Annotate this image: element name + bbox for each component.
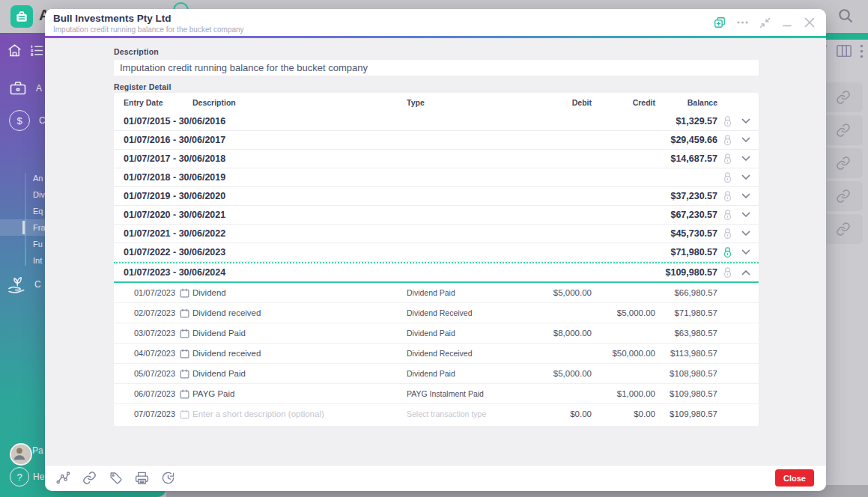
entry-date-field[interactable]: 04/07/2023 <box>134 349 175 358</box>
type-select[interactable]: Dividend Received <box>407 349 519 358</box>
description-field[interactable]: Dividend Paid <box>192 369 407 378</box>
chevron-toggle[interactable] <box>741 118 750 124</box>
description-field[interactable]: Dividend Paid <box>192 329 407 338</box>
entry-date-field[interactable]: 03/07/2023 <box>134 329 175 338</box>
calendar-icon[interactable] <box>180 409 189 419</box>
activity-icon[interactable] <box>55 471 70 485</box>
chevron-toggle[interactable] <box>741 231 750 237</box>
description-field[interactable]: Dividend received <box>192 308 407 317</box>
copy-plus-icon[interactable] <box>714 16 726 28</box>
type-select[interactable]: Dividend Paid <box>407 369 519 378</box>
year-period-row[interactable]: 01/07/2020 - 30/06/2021 $67,230.57 <box>114 206 759 225</box>
chevron-toggle[interactable] <box>741 137 750 143</box>
description-field[interactable]: Dividend <box>192 288 407 297</box>
lock-icon[interactable] <box>723 228 732 240</box>
debit-field[interactable]: $5,000.00 <box>519 288 592 297</box>
chevron-toggle[interactable] <box>741 249 750 255</box>
debit-field[interactable]: $5,000.00 <box>519 369 592 378</box>
hand-plant-icon[interactable] <box>6 274 28 295</box>
lock-icon[interactable] <box>723 171 732 183</box>
entry-date-field[interactable]: 05/07/2023 <box>134 369 175 378</box>
chevron-toggle[interactable] <box>741 174 750 180</box>
calendar-icon[interactable] <box>180 288 189 298</box>
entry-date-field[interactable]: 06/07/2023 <box>134 389 175 398</box>
calendar-icon[interactable] <box>180 369 189 379</box>
lock-icon[interactable] <box>723 246 732 258</box>
tag-icon[interactable] <box>109 471 123 485</box>
attachment-link-icon[interactable] <box>824 148 863 178</box>
sidebar-subnav-item[interactable]: Div <box>0 186 45 203</box>
year-period-row[interactable]: 01/07/2023 - 30/06/2024 $109,980.57 <box>114 262 759 283</box>
sidebar-subnav-item[interactable]: An <box>0 170 45 186</box>
sidebar-user-label[interactable]: Pa <box>32 445 43 456</box>
briefcase-logo-icon[interactable] <box>10 5 33 28</box>
entry-date-field[interactable]: 02/07/2023 <box>134 308 175 317</box>
year-period-row[interactable]: 01/07/2019 - 30/06/2020 $37,230.57 <box>114 187 759 206</box>
collapse-icon[interactable] <box>759 17 771 28</box>
briefcase-icon[interactable] <box>9 79 27 97</box>
avatar[interactable] <box>10 443 32 466</box>
help-icon[interactable]: ? <box>10 467 29 487</box>
close-button[interactable]: Close <box>775 469 814 487</box>
entry-date-field[interactable]: 01/07/2023 <box>134 288 175 297</box>
calendar-icon[interactable] <box>180 389 189 399</box>
description-field[interactable]: Enter a short description (optional) <box>192 409 407 418</box>
year-period-row[interactable]: 01/07/2021 - 30/06/2022 $45,730.57 <box>114 225 759 243</box>
close-icon[interactable] <box>804 16 816 28</box>
sidebar-section-workpapers-label[interactable]: A <box>36 83 42 94</box>
credit-field[interactable]: $5,000.00 <box>592 308 655 317</box>
year-period-row[interactable]: 01/07/2015 - 30/06/2016 $1,329.57 <box>114 112 759 131</box>
sidebar-help-label[interactable]: He <box>33 472 44 482</box>
year-period-row[interactable]: 01/07/2018 - 30/06/2019 <box>114 168 759 187</box>
calendar-icon[interactable] <box>180 349 189 359</box>
type-select[interactable]: Dividend Received <box>407 308 519 317</box>
type-select[interactable]: PAYG Instalment Paid <box>407 389 519 398</box>
credit-field[interactable]: $50,000.00 <box>592 349 655 358</box>
dollar-circle-icon[interactable]: $ <box>9 110 30 131</box>
lock-icon[interactable] <box>723 209 732 221</box>
debit-field[interactable]: $8,000.00 <box>519 329 592 338</box>
sidebar-section-bottom-label[interactable]: C <box>34 279 41 290</box>
numbered-list-icon[interactable] <box>29 43 45 58</box>
entry-date-field[interactable]: 07/07/2023 <box>134 409 175 418</box>
history-icon[interactable] <box>161 471 175 485</box>
type-select[interactable]: Dividend Paid <box>407 329 519 338</box>
description-input[interactable] <box>114 60 759 76</box>
lock-icon[interactable] <box>723 266 732 278</box>
chevron-toggle[interactable] <box>741 156 750 162</box>
sidebar-subnav-item[interactable]: Eq <box>0 203 45 219</box>
chevron-toggle[interactable] <box>741 212 750 218</box>
chevron-toggle[interactable] <box>741 269 750 275</box>
sidebar-subnav-item[interactable]: Fra <box>0 219 45 236</box>
minimize-icon[interactable] <box>782 17 792 28</box>
year-period-row[interactable]: 01/07/2017 - 30/06/2018 $14,687.57 <box>114 150 759 168</box>
lock-icon[interactable] <box>723 153 732 165</box>
attachment-link-icon[interactable] <box>824 181 863 211</box>
type-select[interactable]: Dividend Paid <box>407 288 519 297</box>
type-select[interactable]: Select transaction type <box>407 409 519 418</box>
sidebar-subnav-item[interactable]: Fu <box>0 236 45 252</box>
link-icon[interactable] <box>82 471 97 485</box>
credit-field[interactable]: $0.00 <box>592 409 655 418</box>
lock-icon[interactable] <box>723 134 732 146</box>
attachment-link-icon[interactable] <box>824 82 863 112</box>
year-period-row[interactable]: 01/07/2016 - 30/06/2017 $29,459.66 <box>114 131 759 150</box>
search-icon[interactable] <box>837 7 855 25</box>
calendar-icon[interactable] <box>180 308 189 318</box>
description-field[interactable]: PAYG Paid <box>192 389 407 398</box>
kebab-menu-icon[interactable] <box>860 44 864 58</box>
lock-icon[interactable] <box>723 115 732 127</box>
home-icon[interactable] <box>7 43 22 58</box>
ellipsis-icon[interactable] <box>737 21 748 24</box>
columns-icon[interactable] <box>836 43 852 58</box>
credit-field[interactable]: $1,000.00 <box>592 389 655 398</box>
attachment-link-icon[interactable] <box>824 115 863 145</box>
calendar-icon[interactable] <box>180 329 189 338</box>
sidebar-subnav-item[interactable]: Int <box>0 252 45 269</box>
year-period-row[interactable]: 01/07/2022 - 30/06/2023 $71,980.57 <box>114 243 759 262</box>
print-icon[interactable] <box>135 471 149 485</box>
attachment-link-icon[interactable] <box>824 214 863 244</box>
description-field[interactable]: Dividend received <box>192 349 407 358</box>
lock-icon[interactable] <box>723 190 732 202</box>
debit-field[interactable]: $0.00 <box>519 409 592 418</box>
